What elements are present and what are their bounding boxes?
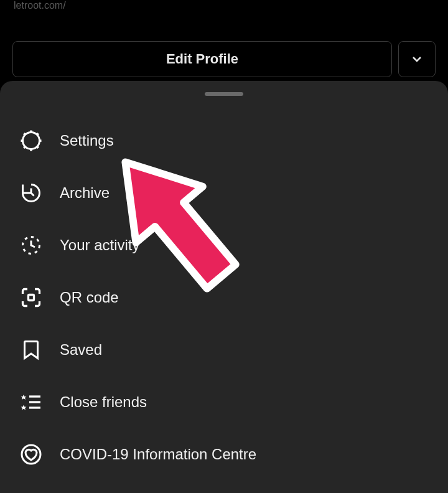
saved-icon	[19, 337, 44, 362]
menu-label: Saved	[60, 341, 102, 359]
menu-item-saved[interactable]: Saved	[0, 324, 448, 376]
drag-handle[interactable]	[205, 92, 243, 96]
svg-rect-2	[29, 295, 34, 301]
chevron-down-icon	[409, 52, 424, 67]
qr-icon	[19, 285, 44, 310]
svg-point-0	[23, 133, 40, 149]
menu-item-covid[interactable]: COVID-19 Information Centre	[0, 428, 448, 481]
menu-item-settings[interactable]: Settings	[0, 115, 448, 167]
link-text: letroot.com/	[12, 0, 436, 16]
menu-label: COVID-19 Information Centre	[60, 446, 256, 463]
edit-profile-button[interactable]: Edit Profile	[12, 41, 392, 77]
menu-label: Settings	[60, 132, 114, 149]
activity-icon	[19, 233, 44, 258]
bottom-sheet: Settings Archive Your activity	[0, 81, 448, 493]
edit-profile-label: Edit Profile	[166, 51, 238, 67]
menu-label: Your activity	[60, 237, 140, 254]
menu-item-archive[interactable]: Archive	[0, 167, 448, 219]
menu-item-qr[interactable]: QR code	[0, 271, 448, 324]
menu-label: QR code	[60, 289, 119, 306]
menu-label: Archive	[60, 184, 110, 202]
covid-icon	[19, 442, 44, 467]
settings-icon	[19, 128, 44, 153]
menu-item-activity[interactable]: Your activity	[0, 219, 448, 271]
closefriends-icon	[19, 390, 44, 415]
menu-item-closefriends[interactable]: Close friends	[0, 376, 448, 428]
archive-icon	[19, 181, 44, 205]
expand-button[interactable]	[398, 41, 436, 77]
menu-label: Close friends	[60, 393, 147, 411]
